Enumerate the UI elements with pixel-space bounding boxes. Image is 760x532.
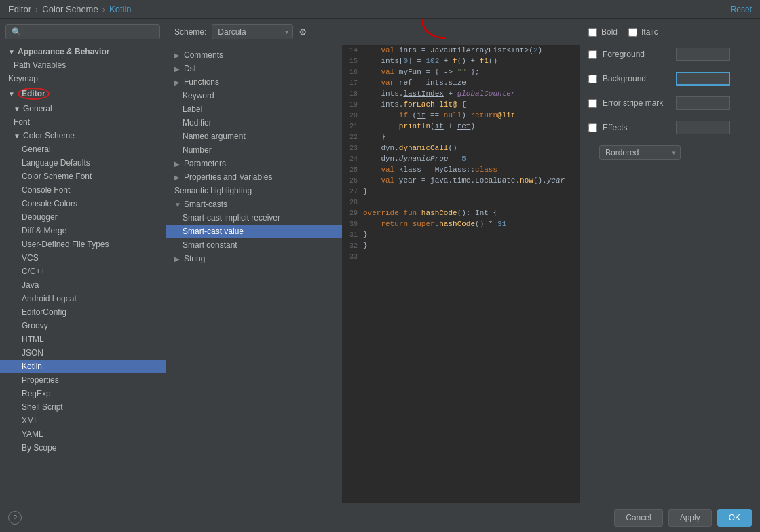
background-checkbox[interactable] (588, 75, 597, 83)
tree-item-number[interactable]: Number (166, 143, 342, 157)
scheme-select[interactable]: Darcula Default High contrast (212, 24, 293, 39)
code-line-26: 26 val year = java.time.LocalDate.now().… (343, 176, 580, 187)
foreground-checkbox[interactable] (588, 50, 597, 59)
sidebar-item-cpp[interactable]: C/C++ (0, 265, 166, 278)
italic-label[interactable]: Italic (641, 27, 658, 37)
sidebar-item-json[interactable]: JSON (0, 346, 166, 360)
code-line-17: 17 var ref = ints.size (343, 78, 580, 89)
search-box[interactable]: 🔍 (5, 24, 160, 39)
code-line-27: 27 } (343, 187, 580, 197)
bold-checkbox[interactable] (588, 28, 597, 37)
scheme-select-wrapper: Darcula Default High contrast (212, 24, 293, 39)
help-button[interactable]: ? (8, 511, 22, 525)
sidebar-item-keymap[interactable]: Keymap (0, 72, 166, 86)
sidebar-item-groovy[interactable]: Groovy (0, 319, 166, 332)
sidebar-item-html[interactable]: HTML (0, 332, 166, 346)
error-stripe-color-box[interactable] (676, 96, 730, 110)
settings-dialog: Editor › Color Scheme › Kotlin Reset 🔍 ▼… (0, 0, 760, 532)
sidebar: 🔍 ▼ Appearance & Behavior Path Variables… (0, 19, 166, 503)
effects-row: Effects (588, 121, 752, 134)
sidebar-item-language-defaults[interactable]: Language Defaults (0, 156, 166, 170)
arrow-icon: ▼ (8, 48, 15, 56)
effects-color-box[interactable] (676, 121, 730, 134)
sidebar-item-debugger[interactable]: Debugger (0, 210, 166, 224)
sidebar-item-font[interactable]: Font (0, 115, 166, 129)
sidebar-item-by-scope[interactable]: By Scope (0, 441, 166, 455)
sidebar-item-shell-script[interactable]: Shell Script (0, 400, 166, 414)
tree-item-smart-casts[interactable]: ▼ Smart-casts (166, 197, 342, 211)
tree-item-properties-variables[interactable]: ▶ Properties and Variables (166, 170, 342, 184)
background-row: Background (588, 72, 752, 86)
code-line-23: 23 dyn.dynamicCall() (343, 143, 580, 154)
background-color-box[interactable] (676, 72, 730, 86)
tree-item-comments[interactable]: ▶ Comments (166, 48, 342, 62)
code-line-31: 31 } (343, 230, 580, 241)
sidebar-item-console-colors[interactable]: Console Colors (0, 197, 166, 210)
sidebar-item-kotlin[interactable]: Kotlin (0, 360, 166, 373)
apply-button[interactable]: Apply (668, 509, 712, 527)
sidebar-item-yaml[interactable]: YAML (0, 428, 166, 441)
tree-item-label[interactable]: Label (166, 102, 342, 116)
tree-item-modifier[interactable]: Modifier (166, 116, 342, 130)
bottom-bar: ? Cancel Apply OK (0, 503, 760, 532)
sidebar-item-android-logcat[interactable]: Android Logcat (0, 292, 166, 305)
code-line-18: 18 ints.lastIndex + globalCounter (343, 89, 580, 100)
breadcrumb-editor: Editor (8, 4, 31, 14)
annotation-area (588, 167, 752, 495)
tree-item-smart-cast-value[interactable]: Smart-cast value (166, 225, 342, 238)
cancel-button[interactable]: Cancel (614, 509, 662, 527)
effects-type-select[interactable]: Bordered Underscored Bold Underscored Do… (599, 145, 681, 160)
error-stripe-checkbox[interactable] (588, 99, 597, 108)
sidebar-item-editor[interactable]: ▼ Editor (0, 86, 166, 102)
foreground-color-box[interactable] (676, 48, 730, 61)
error-stripe-row: Error stripe mark (588, 96, 752, 110)
search-input[interactable] (25, 27, 154, 37)
tree-item-dsl[interactable]: ▶ Dsl (166, 62, 342, 75)
main-content: 🔍 ▼ Appearance & Behavior Path Variables… (0, 19, 760, 503)
gear-button[interactable]: ⚙ (299, 26, 307, 37)
sidebar-item-editor-config[interactable]: EditorConfig (0, 305, 166, 319)
tree-item-smart-constant[interactable]: Smart constant (166, 238, 342, 252)
sidebar-item-properties[interactable]: Properties (0, 373, 166, 387)
tree-item-string[interactable]: ▶ String (166, 252, 342, 265)
sidebar-item-appearance[interactable]: ▼ Appearance & Behavior (0, 45, 166, 58)
sidebar-item-cs-general[interactable]: General (0, 142, 166, 156)
sidebar-item-regexp[interactable]: RegExp (0, 387, 166, 400)
italic-checkbox[interactable] (628, 28, 637, 37)
sidebar-item-vcs[interactable]: VCS (0, 251, 166, 265)
effects-label[interactable]: Effects (603, 123, 670, 132)
tree-item-named-argument[interactable]: Named argument (166, 130, 342, 143)
sidebar-item-general[interactable]: ▼ General (0, 102, 166, 115)
tree-item-parameters[interactable]: ▶ Parameters (166, 157, 342, 170)
code-line-16: 16 val myFun = { -> "" }; (343, 67, 580, 78)
scheme-bar: Scheme: Darcula Default High contrast ⚙ (166, 19, 580, 45)
ok-button[interactable]: OK (717, 509, 752, 527)
code-line-30: 30 return super.hashCode() * 31 (343, 219, 580, 230)
bold-label[interactable]: Bold (601, 27, 618, 37)
tree-item-functions[interactable]: ▶ Functions (166, 75, 342, 89)
general-arrow: ▼ (14, 105, 20, 113)
error-stripe-label[interactable]: Error stripe mark (603, 98, 670, 108)
sidebar-item-diff-merge[interactable]: Diff & Merge (0, 224, 166, 238)
sidebar-item-java[interactable]: Java (0, 278, 166, 292)
code-line-33: 33 (343, 252, 580, 263)
sidebar-item-console-font[interactable]: Console Font (0, 183, 166, 197)
foreground-label[interactable]: Foreground (603, 50, 670, 59)
sidebar-item-user-defined[interactable]: User-Defined File Types (0, 238, 166, 251)
tree-item-smart-cast-implicit[interactable]: Smart-cast implicit receiver (166, 211, 342, 225)
code-line-28: 28 (343, 197, 580, 208)
sidebar-item-color-scheme[interactable]: ▼ Color Scheme (0, 129, 166, 142)
background-label[interactable]: Background (603, 74, 670, 83)
bold-row: Bold (588, 27, 618, 37)
sidebar-item-cs-font[interactable]: Color Scheme Font (0, 170, 166, 183)
reset-button[interactable]: Reset (731, 5, 752, 14)
sidebar-item-xml[interactable]: XML (0, 414, 166, 428)
middle-panel: Scheme: Darcula Default High contrast ⚙ … (166, 19, 580, 503)
tree-item-semantic-highlighting[interactable]: Semantic highlighting (166, 184, 342, 197)
effects-checkbox[interactable] (588, 124, 597, 132)
code-line-32: 32 } (343, 241, 580, 252)
tree-item-keyword[interactable]: Keyword (166, 89, 342, 102)
code-line-25: 25 val klass = MyClass::class (343, 165, 580, 176)
code-line-20: 20 if (it == null) return@lit (343, 111, 580, 121)
sidebar-item-path-variables[interactable]: Path Variables (0, 58, 166, 72)
